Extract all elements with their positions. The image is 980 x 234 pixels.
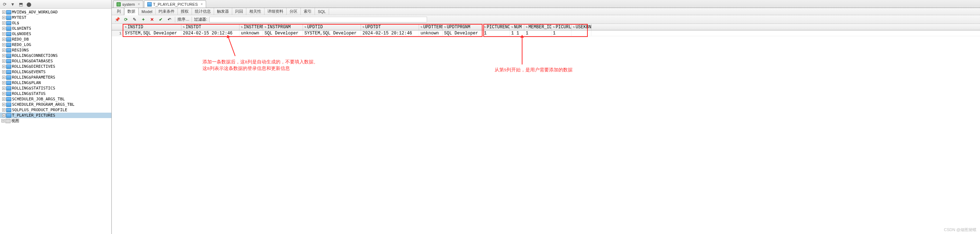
expand-icon[interactable]: + (2, 43, 5, 46)
sort-icon[interactable]: ⇅ (526, 25, 528, 29)
expand-icon[interactable]: + (2, 119, 5, 122)
expand-icon[interactable]: + (2, 49, 5, 52)
tree-item[interactable]: +OL$HINTS (0, 26, 111, 31)
column-header[interactable]: ⇅UPDTID (303, 24, 361, 30)
tree-item[interactable]: +ROLLING$DATABASES (0, 58, 111, 64)
sort-icon[interactable]: ⇅ (573, 25, 575, 29)
subtab[interactable]: 索引 (301, 8, 315, 15)
column-header[interactable]: ⇅INSTID (123, 24, 181, 30)
commit-icon[interactable]: ✔ (158, 16, 164, 23)
cell[interactable]: 2024-02-15 20:12:46 (361, 30, 419, 36)
filter-input[interactable] (209, 17, 427, 22)
expand-icon[interactable]: + (2, 76, 5, 79)
column-header[interactable]: ⇅MEMBER_ID (524, 24, 552, 30)
column-header[interactable]: ⇅PICTURENO (482, 24, 510, 30)
sort-icon[interactable]: ⇅ (125, 25, 127, 29)
tree-view-node[interactable]: +视图 (0, 118, 111, 123)
cell[interactable] (571, 30, 592, 36)
subtab[interactable]: 触发器 (214, 8, 232, 15)
column-header[interactable]: ⇅UPDTDT (361, 24, 419, 30)
expand-icon[interactable]: + (2, 21, 5, 25)
cell[interactable]: SQL Developer (263, 30, 303, 36)
tree-item[interactable]: +REGIONS (0, 47, 111, 53)
subtab[interactable]: 列 (114, 8, 124, 15)
expand-icon[interactable]: + (2, 103, 5, 106)
tree-item[interactable]: +ROLLING$STATISTICS (0, 85, 111, 91)
expand-icon[interactable]: + (2, 38, 5, 41)
sort-icon[interactable]: ⇅ (484, 25, 486, 29)
subtab[interactable]: 闪回 (232, 8, 247, 15)
data-grid[interactable]: ⇅INSTID⇅INSTDT⇅INSTTERM⇅INSTPRGNM⇅UPDTID… (112, 24, 980, 234)
delete-row-icon[interactable]: ✕ (149, 16, 155, 23)
filter-icon[interactable]: ▼ (10, 1, 16, 8)
cell[interactable]: SYSTEM,SQL Developer (123, 30, 181, 36)
editor-tab[interactable]: T_PLAYLER_PICTURES× (144, 0, 206, 8)
close-icon[interactable]: × (200, 2, 203, 6)
refresh-icon[interactable]: ⟳ (2, 1, 8, 8)
tree-item[interactable]: +OL$ (0, 20, 111, 26)
tree-item[interactable]: +ROLLING$DIRECTIVES (0, 64, 111, 69)
column-header[interactable]: ⇅PICURL (552, 24, 571, 30)
edit-icon[interactable]: ✎ (131, 16, 138, 23)
expand-icon[interactable]: + (2, 54, 5, 57)
tree-item[interactable]: +REDO_DB (0, 36, 111, 42)
sort-icon[interactable]: ⇅ (511, 25, 513, 29)
tree-item[interactable]: +SQLPLUS_PRODUCT_PROFILE (0, 107, 111, 113)
subtab[interactable]: 约束条件 (156, 8, 178, 15)
tree-item[interactable]: +REDO_LOG (0, 42, 111, 47)
refresh-data-icon[interactable]: ⟳ (123, 16, 129, 23)
add-row-icon[interactable]: ＋ (140, 16, 146, 23)
db-icon[interactable]: ⬤ (25, 1, 32, 8)
cell[interactable]: SYSTEM,SQL Developer (303, 30, 361, 36)
cell[interactable]: SQL Developer (443, 30, 482, 36)
tree-item[interactable]: +MVIEW$_ADV_WORKLOAD (0, 9, 111, 15)
column-header[interactable]: ⇅UPDTTERM (419, 24, 443, 30)
tree-item[interactable]: +SCHEDULER_JOB_ARGS_TBL (0, 96, 111, 102)
cell[interactable]: 2024-02-15 20:12:46 (181, 30, 239, 36)
sort-icon[interactable]: ⇅ (241, 25, 243, 29)
sort-icon[interactable]: ⇅ (264, 25, 266, 29)
cell[interactable]: unknown (239, 30, 263, 36)
tree-item[interactable]: +T_PLAYLER_PICTURES (0, 113, 111, 118)
expand-icon[interactable]: + (2, 87, 5, 90)
cell[interactable]: 1 (524, 30, 552, 36)
expand-icon[interactable]: + (2, 70, 5, 74)
tree-item[interactable]: +SCHEDULER_PROGRAM_ARGS_TBL (0, 102, 111, 107)
expand-icon[interactable]: + (2, 32, 5, 35)
expand-icon[interactable]: + (2, 108, 5, 112)
subtab[interactable]: Model (138, 9, 156, 14)
cell[interactable]: 1 1 (510, 30, 524, 36)
column-header[interactable]: ⇅INSTPRGNM (263, 24, 303, 30)
pin-icon[interactable]: 📌 (114, 16, 121, 23)
subtab[interactable]: 相关性 (247, 8, 264, 15)
subtab[interactable]: 详细资料 (264, 8, 286, 15)
tree-item[interactable]: +ROLLING$STATUS (0, 91, 111, 96)
expand-icon[interactable]: + (2, 98, 5, 101)
cell[interactable]: unknown (419, 30, 443, 36)
table-row[interactable]: 1SYSTEM,SQL Developer2024-02-15 20:12:46… (112, 30, 980, 36)
column-header[interactable]: ⇅INSTDT (181, 24, 239, 30)
subtab[interactable]: SQL (315, 9, 329, 14)
expand-icon[interactable]: + (2, 27, 5, 30)
tree-item[interactable]: +ROLLING$CONNECTIONS (0, 53, 111, 58)
sort-icon[interactable]: ⇅ (444, 25, 446, 29)
column-header[interactable]: ⇅USEKBN (571, 24, 592, 30)
cell[interactable]: 1 (482, 30, 510, 36)
subtab[interactable]: 分区 (286, 8, 301, 15)
tree-item[interactable]: +ROLLING$EVENTS (0, 69, 111, 74)
expand-icon[interactable]: + (2, 114, 5, 117)
expand-icon[interactable]: + (2, 81, 5, 84)
link-icon[interactable]: ⬒ (18, 1, 24, 8)
sort-icon[interactable]: ⇅ (304, 25, 306, 29)
subtab[interactable]: 授权 (178, 8, 192, 15)
column-header[interactable]: ⇅NUM (510, 24, 524, 30)
sort-icon[interactable]: ⇅ (183, 25, 185, 29)
tree-item[interactable]: +ROLLING$PARAMETERS (0, 74, 111, 80)
sort-icon[interactable]: ⇅ (553, 25, 555, 29)
sort-label[interactable]: 排序… (177, 17, 189, 22)
tree-item[interactable]: +MYTEST (0, 15, 111, 20)
editor-tab[interactable]: system× (113, 0, 143, 8)
column-header[interactable]: ⇅UPDTPRGNM (443, 24, 482, 30)
cell[interactable]: 1 (552, 30, 571, 36)
sort-icon[interactable]: ⇅ (420, 25, 422, 29)
